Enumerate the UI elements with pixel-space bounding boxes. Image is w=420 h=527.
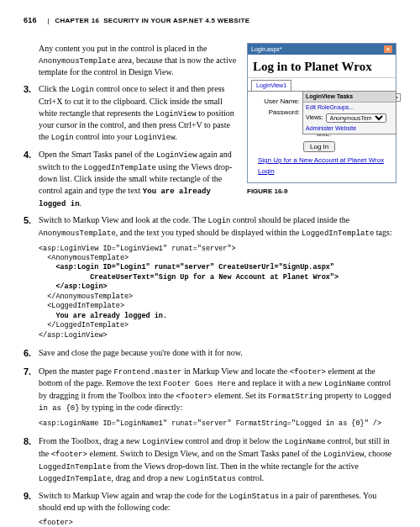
step-4-body: Open the Smart Tasks panel of the LoginV…: [39, 149, 238, 209]
step-7-body: Open the master page Frontend.master in …: [39, 366, 396, 414]
step-number-9: 9.: [24, 490, 39, 514]
designer-tab-path: Login.aspx*×: [248, 44, 396, 55]
intro-paragraph: Any content you put in the control is pl…: [39, 43, 253, 79]
step-number-3: 3.: [24, 83, 39, 144]
smart-tasks-panel: LoginView Tasks Edit RoleGroups... Views…: [302, 91, 396, 134]
close-icon[interactable]: ×: [384, 45, 392, 54]
chapter-label: CHAPTER 16: [55, 17, 99, 24]
step-number-7: 7.: [24, 366, 39, 414]
step-number-4: 4.: [24, 149, 39, 209]
step-3-body: Click the Login control once to select i…: [39, 83, 238, 144]
page-heading: Log in to Planet Wrox: [248, 55, 396, 78]
step-5-body: Switch to Markup View and look at the co…: [39, 214, 396, 239]
password-label: Password:: [253, 108, 300, 117]
step-6-body: Save and close the page because you're d…: [39, 347, 396, 360]
login-button[interactable]: [303, 141, 335, 152]
page-header: 616 | CHAPTER 16 SECURITY IN YOUR ASP.NE…: [24, 15, 396, 26]
loginview-control-tag[interactable]: LoginView1: [251, 80, 291, 91]
signup-link[interactable]: Sign Up for a New Account at Planet Wrox: [253, 155, 391, 166]
step-number-5: 5.: [24, 214, 39, 239]
views-dropdown[interactable]: AnonymousTemplate: [326, 113, 386, 123]
login-link[interactable]: Login: [253, 167, 280, 175]
edit-rolegroups-link[interactable]: Edit RoleGroups...: [303, 103, 396, 113]
views-label: Views:: [306, 113, 323, 122]
administer-website-link[interactable]: Administer Website: [303, 124, 396, 134]
step-number-6: 6.: [24, 347, 39, 360]
figure-16-9: Login.aspx*× Log in to Planet Wrox Login…: [247, 43, 396, 197]
step-number-8: 8.: [24, 435, 39, 484]
chapter-title: SECURITY IN YOUR ASP.NET 4.5 WEBSITE: [103, 17, 249, 24]
page-number: 616: [24, 16, 37, 24]
code-block-9: <footer> <asp:LoginName ID="LoginName1" …: [39, 519, 396, 527]
figure-caption: FIGURE 16-9: [247, 187, 396, 196]
username-label: User Name:: [253, 97, 300, 106]
code-block-7: <asp:LoginName ID="LoginName1" runat="se…: [39, 419, 396, 429]
smart-tasks-title: LoginView Tasks: [303, 92, 396, 103]
step-9-body: Switch to Markup View again and wrap the…: [39, 490, 396, 514]
step-8-body: From the Toolbox, drag a new LoginView c…: [39, 435, 396, 484]
code-block-5: <asp:LoginView ID="LoginView1" runat="se…: [39, 245, 396, 341]
